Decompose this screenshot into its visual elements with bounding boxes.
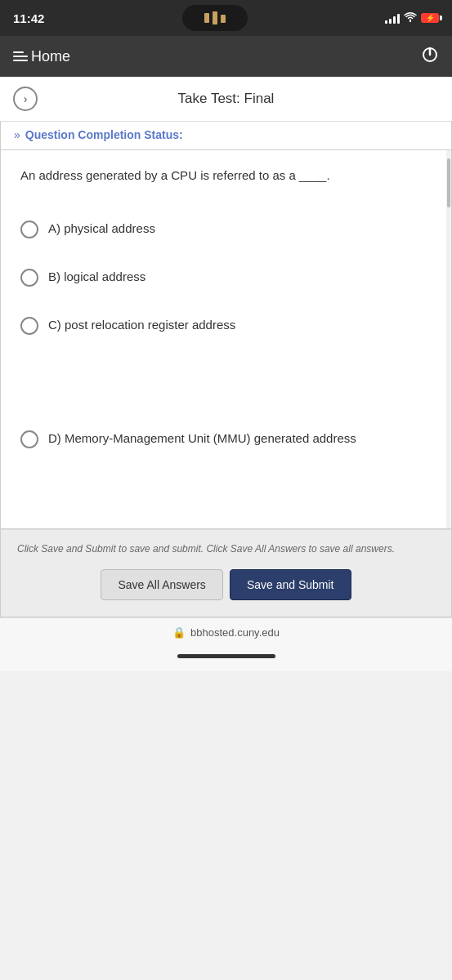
nav-bar: Home — [0, 36, 452, 77]
svg-rect-1 — [213, 11, 217, 24]
option-b-label: B) logical address — [48, 268, 145, 285]
footer-buttons: Save All Answers Save and Submit — [17, 569, 435, 600]
options-list: A) physical address B) logical address C… — [20, 205, 427, 512]
radio-a[interactable] — [20, 220, 38, 238]
center-decorative-icon — [203, 10, 227, 26]
collapse-arrow-icon: » — [14, 128, 20, 141]
bottom-spacer — [20, 463, 427, 512]
svg-rect-0 — [204, 13, 209, 23]
option-a[interactable]: A) physical address — [20, 205, 427, 253]
wifi-icon — [404, 11, 417, 24]
page-title: Take Test: Final — [38, 91, 414, 107]
home-bar — [177, 654, 275, 658]
save-all-button[interactable]: Save All Answers — [101, 569, 222, 600]
question-text: An address generated by a CPU is referre… — [20, 167, 427, 185]
save-submit-button[interactable]: Save and Submit — [230, 569, 351, 600]
content-wrapper: An address generated by a CPU is referre… — [0, 150, 452, 529]
completion-status-label: Question Completion Status: — [25, 128, 183, 141]
option-c-label: C) post relocation register address — [48, 316, 235, 333]
question-card: An address generated by a CPU is referre… — [1, 150, 446, 528]
radio-d[interactable] — [20, 430, 38, 448]
option-c[interactable]: C) post relocation register address — [20, 301, 427, 350]
status-center-icon — [182, 5, 248, 31]
scrollbar[interactable] — [446, 150, 451, 528]
option-d[interactable]: D) Memory-Management Unit (MMU) generate… — [20, 415, 427, 463]
radio-b[interactable] — [20, 269, 38, 287]
completion-status-bar[interactable]: » Question Completion Status: — [0, 122, 452, 150]
status-bar: 11:42 ⚡ — [0, 0, 452, 36]
scrollbar-thumb[interactable] — [447, 158, 450, 207]
back-button[interactable]: › — [13, 87, 38, 111]
hamburger-icon — [13, 51, 28, 61]
chevron-right-icon: › — [24, 92, 28, 105]
home-label: Home — [31, 48, 70, 65]
home-indicator — [0, 647, 452, 671]
nav-home[interactable]: Home — [13, 48, 70, 65]
option-spacer — [20, 350, 427, 415]
option-b[interactable]: B) logical address — [20, 253, 427, 301]
status-icons: ⚡ — [385, 11, 439, 24]
footer-hint: Click Save and Submit to save and submit… — [17, 541, 435, 556]
battery-icon: ⚡ — [421, 13, 439, 23]
signal-icon — [385, 12, 400, 24]
bottom-bar: 🔒 bbhosted.cuny.edu — [0, 617, 452, 647]
lock-icon: 🔒 — [172, 626, 186, 639]
radio-c[interactable] — [20, 317, 38, 335]
url-text: bbhosted.cuny.edu — [190, 626, 280, 639]
footer-area: Click Save and Submit to save and submit… — [0, 529, 452, 617]
page-header: › Take Test: Final — [0, 77, 452, 122]
svg-rect-2 — [221, 15, 226, 23]
status-time: 11:42 — [13, 11, 44, 25]
option-a-label: A) physical address — [48, 220, 155, 237]
power-icon[interactable] — [421, 46, 439, 68]
option-d-label: D) Memory-Management Unit (MMU) generate… — [48, 430, 356, 447]
